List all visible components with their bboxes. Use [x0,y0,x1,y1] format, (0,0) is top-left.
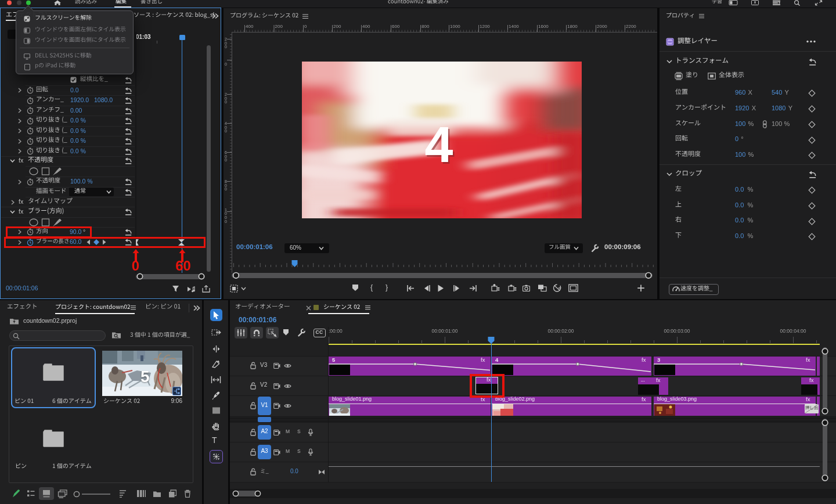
svg-text:5: 5 [140,368,150,386]
svg-text:4: 4 [425,116,453,173]
